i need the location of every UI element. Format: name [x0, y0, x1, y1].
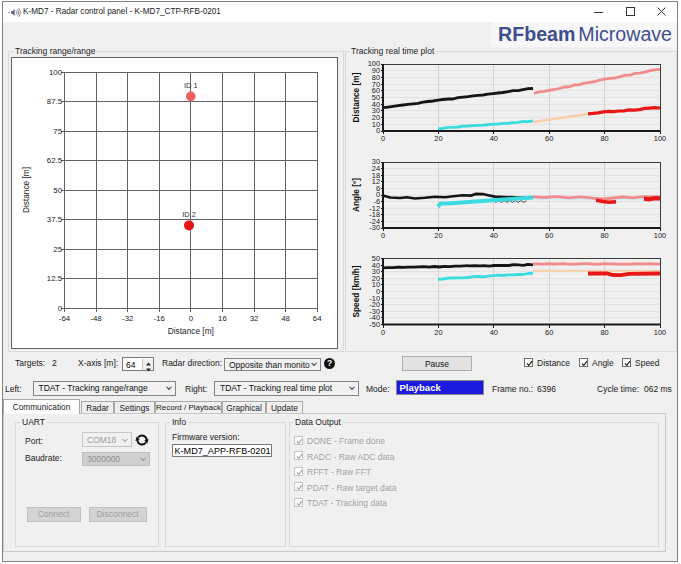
svg-text:-48: -48 [90, 314, 101, 323]
svg-text:-50: -50 [369, 320, 380, 329]
svg-text:37.5: 37.5 [47, 215, 63, 224]
svg-text:Distance [m]: Distance [m] [168, 326, 214, 336]
svg-text:75: 75 [53, 127, 62, 136]
svg-text:0: 0 [381, 328, 385, 337]
svg-text:60: 60 [545, 134, 553, 143]
svg-text:0: 0 [381, 231, 385, 240]
svg-text:62.5: 62.5 [47, 156, 63, 165]
svg-text:20: 20 [434, 231, 442, 240]
svg-text:60: 60 [545, 231, 553, 240]
svg-text:0: 0 [189, 314, 194, 323]
svg-text:-16: -16 [154, 314, 165, 323]
svg-text:100: 100 [49, 68, 63, 77]
svg-text:50: 50 [53, 186, 62, 195]
svg-text:80: 80 [600, 328, 608, 337]
svg-text:Speed [km/h]: Speed [km/h] [351, 265, 361, 317]
svg-text:48: 48 [281, 314, 290, 323]
svg-text:0: 0 [381, 134, 385, 143]
svg-text:40: 40 [490, 231, 498, 240]
svg-text:32: 32 [250, 314, 259, 323]
svg-text:0: 0 [58, 304, 63, 313]
svg-text:-32: -32 [122, 314, 133, 323]
svg-text:Angle [°]: Angle [°] [351, 178, 361, 212]
svg-text:60: 60 [545, 328, 553, 337]
svg-text:ID 2: ID 2 [182, 210, 196, 219]
svg-text:100: 100 [654, 231, 666, 240]
svg-text:40: 40 [490, 328, 498, 337]
svg-text:25: 25 [53, 245, 62, 254]
svg-text:64: 64 [313, 314, 322, 323]
svg-text:Distance [m]: Distance [m] [21, 167, 31, 213]
svg-text:80: 80 [600, 231, 608, 240]
svg-text:100: 100 [654, 328, 666, 337]
svg-text:40: 40 [490, 134, 498, 143]
svg-text:20: 20 [434, 134, 442, 143]
svg-text:20: 20 [434, 328, 442, 337]
svg-text:80: 80 [600, 134, 608, 143]
svg-text:Distance [m]: Distance [m] [351, 72, 361, 122]
svg-text:0: 0 [376, 126, 380, 135]
svg-text:12.5: 12.5 [47, 274, 63, 283]
svg-text:-64: -64 [59, 314, 71, 323]
svg-text:16: 16 [218, 314, 227, 323]
svg-text:87.5: 87.5 [47, 97, 63, 106]
svg-text:100: 100 [654, 134, 666, 143]
svg-text:-30: -30 [369, 223, 380, 232]
svg-text:ID 1: ID 1 [184, 81, 198, 90]
